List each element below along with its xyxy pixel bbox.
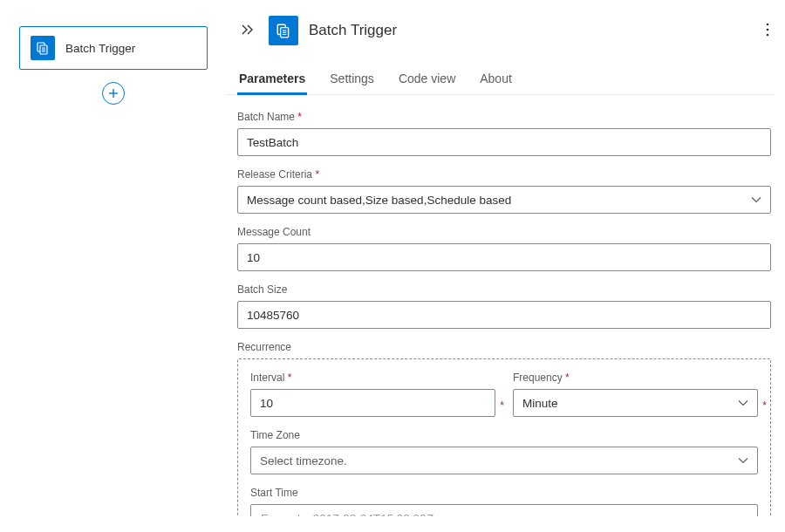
more-vertical-icon <box>766 23 769 37</box>
detail-header: Batch Trigger <box>227 16 775 45</box>
field-batch-size: Batch Size <box>237 283 771 329</box>
detail-pane: Batch Trigger Parameters Settings Code v… <box>227 0 785 532</box>
field-release-criteria: Release Criteria Message count based,Siz… <box>237 168 771 214</box>
add-step-button[interactable] <box>102 82 125 105</box>
canvas-card-title: Batch Trigger <box>65 42 135 55</box>
field-start-time: Start Time <box>250 487 758 516</box>
tab-about[interactable]: About <box>478 65 514 95</box>
field-frequency: Frequency Minute * <box>513 372 758 417</box>
canvas-trigger-card[interactable]: Batch Trigger <box>19 26 208 70</box>
plus-icon <box>107 87 119 99</box>
batch-trigger-icon <box>31 36 55 60</box>
label-batch-name: Batch Name <box>237 111 771 123</box>
detail-title: Batch Trigger <box>309 22 750 39</box>
label-interval: Interval <box>250 372 495 384</box>
label-batch-size: Batch Size <box>237 283 771 296</box>
required-marker: * <box>500 399 504 412</box>
tab-parameters[interactable]: Parameters <box>237 65 307 95</box>
select-time-zone-placeholder: Select timezone. <box>260 454 738 467</box>
input-start-time[interactable] <box>250 504 758 516</box>
label-message-count: Message Count <box>237 226 771 238</box>
collapse-button[interactable] <box>237 20 258 42</box>
label-recurrence: Recurrence <box>237 341 771 353</box>
select-time-zone[interactable]: Select timezone. <box>250 447 758 474</box>
chevron-down-icon <box>738 399 748 406</box>
tab-settings[interactable]: Settings <box>328 65 376 95</box>
label-time-zone: Time Zone <box>250 429 758 441</box>
field-interval: Interval * <box>250 372 495 417</box>
select-release-criteria[interactable]: Message count based,Size based,Schedule … <box>237 186 771 214</box>
label-release-criteria: Release Criteria <box>237 168 771 181</box>
svg-point-12 <box>767 23 769 25</box>
required-marker: * <box>762 399 767 412</box>
label-frequency: Frequency <box>513 372 758 384</box>
input-interval[interactable] <box>250 389 495 417</box>
recurrence-group: Interval * Frequency Minute * <box>237 358 771 516</box>
chevron-down-icon <box>751 196 761 203</box>
tabs: Parameters Settings Code view About <box>227 65 775 95</box>
parameters-form: Batch Name Release Criteria Message coun… <box>227 111 775 516</box>
input-batch-name[interactable] <box>237 128 771 156</box>
tab-code-view[interactable]: Code view <box>397 65 457 95</box>
field-batch-name: Batch Name <box>237 111 771 156</box>
batch-trigger-icon <box>269 16 298 45</box>
svg-point-14 <box>767 33 769 36</box>
chevron-down-icon <box>738 457 748 464</box>
select-release-criteria-value: Message count based,Size based,Schedule … <box>247 194 751 207</box>
select-frequency-value: Minute <box>522 397 738 410</box>
canvas-pane: Batch Trigger <box>0 0 227 532</box>
field-time-zone: Time Zone Select timezone. <box>250 429 758 474</box>
label-start-time: Start Time <box>250 487 758 499</box>
svg-point-13 <box>767 28 769 31</box>
field-recurrence: Recurrence Interval * Frequency Minute <box>237 341 771 516</box>
field-message-count: Message Count <box>237 226 771 271</box>
input-batch-size[interactable] <box>237 301 771 329</box>
input-message-count[interactable] <box>237 243 771 271</box>
select-frequency[interactable]: Minute <box>513 389 758 417</box>
more-menu-button[interactable] <box>761 17 775 44</box>
chevron-double-right-icon <box>241 24 255 36</box>
